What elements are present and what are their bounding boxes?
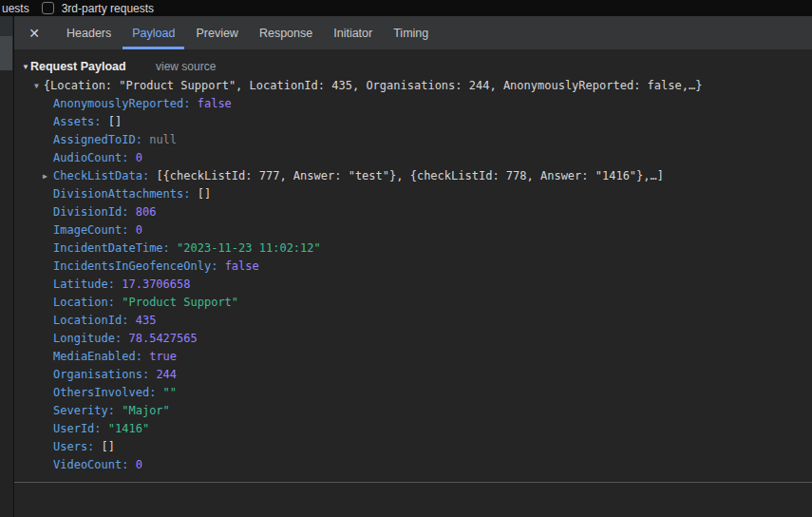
triangle-down-icon[interactable]: ▼ — [22, 63, 29, 71]
payload-property-row: Organisations: 244 — [14, 366, 812, 384]
property-value: 0 — [136, 151, 142, 164]
property-value: [] — [198, 187, 211, 201]
tab-initiator[interactable]: Initiator — [324, 16, 382, 49]
property-value: "Major" — [122, 404, 170, 417]
property-value: true — [149, 350, 177, 363]
tab-headers[interactable]: Headers — [57, 16, 121, 49]
property-key: AssignedToID: — [53, 133, 149, 146]
property-key: Severity: — [53, 404, 122, 417]
third-party-requests-label: 3rd-party requests — [62, 2, 154, 15]
property-value: false — [198, 97, 232, 110]
property-key: CheckListData: — [53, 169, 156, 182]
property-key: IncidentDateTime: — [53, 241, 177, 255]
payload-property-row: OthersInvolved: "" — [14, 384, 812, 402]
payload-property-row: Assets: [] — [14, 113, 812, 131]
payload-property-row: Longitude: 78.5427565 — [14, 330, 812, 348]
payload-property-row: ImageCount: 0 — [14, 221, 812, 239]
payload-properties-list: AnonymouslyReported: falseAssets: []Assi… — [14, 95, 812, 474]
property-value: 0 — [136, 223, 142, 237]
property-value: null — [149, 133, 177, 146]
property-key: UserId: — [53, 422, 108, 435]
property-key: Location: — [53, 296, 122, 309]
payload-property-row: UserId: "1416" — [14, 420, 812, 438]
tab-timing[interactable]: Timing — [384, 16, 438, 49]
property-key: Latitude: — [53, 278, 122, 291]
property-value: 17.3706658 — [122, 278, 190, 291]
property-key: AudioCount: — [53, 151, 136, 164]
property-key: Assets: — [53, 115, 108, 128]
payload-property-row: DivisionId: 806 — [14, 203, 812, 221]
property-key: IncidentsInGeofenceOnly: — [53, 259, 225, 273]
property-key: VideoCount: — [53, 458, 136, 471]
payload-property-row: AudioCount: 0 — [14, 149, 812, 167]
property-value: 78.5427565 — [128, 332, 197, 345]
view-source-link[interactable]: view source — [156, 60, 216, 73]
payload-root-preview: {Location: "Product Support", LocationId… — [44, 79, 703, 92]
property-value: 435 — [136, 314, 157, 327]
payload-property-row: MediaEnabled: true — [14, 348, 812, 366]
third-party-requests-checkbox[interactable] — [42, 2, 54, 14]
payload-property-row: Latitude: 17.3706658 — [14, 276, 812, 294]
payload-property-row: IncidentDateTime: "2023-11-23 11:02:12" — [14, 239, 812, 258]
network-filter-bar: uests 3rd-party requests — [0, 0, 812, 16]
property-value: [{checkListId: 777, Answer: "test"}, {ch… — [156, 169, 664, 182]
payload-property-row[interactable]: ▶CheckListData: [{checkListId: 777, Answ… — [14, 167, 812, 185]
property-key: ImageCount: — [53, 223, 136, 237]
payload-property-row: Location: "Product Support" — [14, 294, 812, 312]
property-key: MediaEnabled: — [53, 350, 149, 363]
request-payload-section-header[interactable]: ▼Request Payload view source — [14, 56, 812, 77]
triangle-down-icon[interactable]: ▼ — [34, 82, 39, 90]
property-key: LocationId: — [53, 314, 136, 327]
payload-property-row: DivisionAttachments: [] — [14, 185, 812, 203]
tab-payload[interactable]: Payload — [123, 16, 184, 49]
section-title: Request Payload — [30, 60, 126, 73]
property-key: AnonymouslyReported: — [53, 97, 198, 110]
network-list-edge — [0, 16, 13, 517]
network-list-scrollbar-thumb[interactable] — [0, 36, 12, 70]
property-value: "" — [163, 386, 177, 399]
section-divider — [14, 482, 812, 483]
property-key: DivisionId: — [53, 205, 136, 219]
property-value: "1416" — [108, 422, 149, 435]
payload-property-row: Users: [] — [14, 438, 812, 456]
property-value: [] — [108, 115, 122, 128]
property-key: Organisations: — [53, 368, 156, 381]
network-list-edge-row — [0, 16, 12, 36]
property-value: "Product Support" — [122, 296, 238, 309]
property-value: 0 — [136, 458, 142, 471]
tab-preview[interactable]: Preview — [186, 16, 247, 49]
filter-partial-text: uests — [2, 2, 29, 15]
property-value: 244 — [156, 368, 177, 381]
property-value: "2023-11-23 11:02:12" — [177, 241, 321, 255]
payload-property-row: Severity: "Major" — [14, 402, 812, 420]
payload-property-row: AnonymouslyReported: false — [14, 95, 812, 113]
detail-tab-bar: ✕ HeadersPayloadPreviewResponseInitiator… — [14, 16, 812, 49]
property-key: Users: — [53, 440, 102, 453]
property-value: [] — [102, 440, 115, 453]
property-key: OthersInvolved: — [53, 386, 163, 399]
property-value: false — [225, 259, 259, 273]
payload-root-row[interactable]: ▼{Location: "Product Support", LocationI… — [14, 77, 812, 95]
devtools-network-panel: uests 3rd-party requests ✕ HeadersPayloa… — [0, 0, 812, 517]
triangle-right-icon[interactable]: ▶ — [43, 167, 53, 185]
payload-property-row: AssignedToID: null — [14, 131, 812, 149]
tab-response[interactable]: Response — [250, 16, 322, 49]
request-detail-panel: ✕ HeadersPayloadPreviewResponseInitiator… — [13, 16, 812, 517]
payload-property-row: LocationId: 435 — [14, 312, 812, 330]
property-value: 806 — [136, 205, 157, 219]
payload-property-row: VideoCount: 0 — [14, 456, 812, 474]
property-key: Longitude: — [53, 332, 128, 345]
close-icon[interactable]: ✕ — [24, 26, 45, 41]
payload-content: ▼Request Payload view source ▼{Location:… — [14, 49, 812, 517]
payload-property-row: IncidentsInGeofenceOnly: false — [14, 258, 812, 276]
property-key: DivisionAttachments: — [53, 187, 198, 201]
